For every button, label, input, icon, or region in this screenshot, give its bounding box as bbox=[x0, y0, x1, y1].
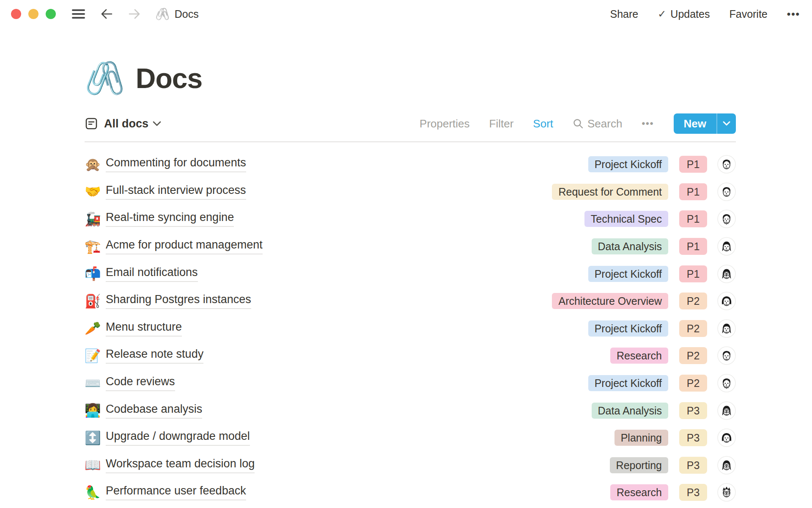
priority-badge: P1 bbox=[679, 265, 707, 282]
assignee-avatar-woman-long-hair bbox=[717, 319, 736, 338]
doc-type-tag: Research bbox=[610, 348, 668, 364]
priority-badge: P2 bbox=[679, 347, 707, 364]
doc-type-tag: Research bbox=[610, 484, 668, 500]
new-doc-dropdown[interactable] bbox=[716, 113, 736, 134]
assignee-avatar-woman-glasses bbox=[717, 265, 736, 283]
assignee-avatar-man-beard bbox=[717, 374, 736, 392]
priority-badge: P3 bbox=[679, 429, 707, 446]
collection-toolbar: All docs Properties Filter Sort Search •… bbox=[85, 113, 736, 142]
priority-badge: P2 bbox=[679, 320, 707, 337]
doc-title-link[interactable]: Email notifications bbox=[106, 266, 198, 282]
page-body: 🖇️ Docs All docs Properties Filter Sort bbox=[85, 62, 736, 506]
doc-title-link[interactable]: Codebase analysis bbox=[106, 403, 202, 419]
doc-title-link[interactable]: Full-stack interview process bbox=[106, 184, 246, 200]
up-down-arrow-icon: ↕️ bbox=[85, 431, 106, 444]
sort-button[interactable]: Sort bbox=[533, 117, 553, 130]
assignee-avatar-man-glasses-spiky bbox=[717, 483, 736, 502]
share-button[interactable]: Share bbox=[610, 8, 639, 20]
priority-badge: P3 bbox=[679, 457, 707, 474]
search-icon bbox=[573, 118, 584, 129]
favorite-button[interactable]: Favorite bbox=[729, 8, 767, 20]
doc-row[interactable]: 🚂 Real-time syncing engine Technical Spe… bbox=[85, 205, 736, 233]
doc-row[interactable]: 📬 Email notifications Project Kickoff P1 bbox=[85, 260, 736, 287]
doc-title-link[interactable]: Acme for product management bbox=[106, 238, 263, 254]
memo-icon: 📝 bbox=[85, 349, 106, 362]
chevron-down-icon bbox=[153, 121, 161, 127]
doc-title-link[interactable]: Commenting for documents bbox=[106, 156, 246, 172]
doc-row[interactable]: 🙊 Commenting for documents Project Kicko… bbox=[85, 151, 736, 178]
page-title: Docs bbox=[136, 63, 202, 94]
doc-title-link[interactable]: Real-time syncing engine bbox=[106, 211, 234, 227]
assignee-avatar-woman-long-hair bbox=[717, 237, 736, 256]
search-button[interactable]: Search bbox=[573, 117, 622, 130]
view-selector[interactable]: All docs bbox=[85, 117, 161, 130]
priority-badge: P1 bbox=[679, 156, 707, 173]
priority-badge: P1 bbox=[679, 183, 707, 200]
doc-title-link[interactable]: Upgrade / downgrade model bbox=[106, 430, 250, 446]
back-button[interactable] bbox=[100, 8, 113, 19]
window-doc-title: Docs bbox=[175, 8, 199, 20]
building-construction-icon: 🏗️ bbox=[85, 240, 106, 253]
doc-type-tag: Request for Comment bbox=[552, 184, 668, 200]
new-doc-label: New bbox=[674, 113, 716, 134]
new-doc-button[interactable]: New bbox=[674, 113, 736, 134]
assignee-avatar-man-beard bbox=[717, 210, 736, 228]
assignee-avatar-man-wavy-hair bbox=[717, 155, 736, 174]
doc-title-link[interactable]: Menu structure bbox=[106, 320, 182, 337]
doc-row[interactable]: ⌨️ Code reviews Project Kickoff P2 bbox=[85, 370, 736, 397]
priority-badge: P3 bbox=[679, 402, 707, 419]
traffic-lights bbox=[11, 9, 56, 19]
check-icon: ✓ bbox=[658, 8, 666, 20]
doc-title-link[interactable]: Performance user feedback bbox=[106, 484, 246, 500]
doc-row[interactable]: 📝 Release note study Research P2 bbox=[85, 342, 736, 370]
search-label: Search bbox=[587, 117, 622, 130]
priority-badge: P1 bbox=[679, 238, 707, 255]
doc-row[interactable]: 🥕 Menu structure Project Kickoff P2 bbox=[85, 315, 736, 342]
keyboard-icon: ⌨️ bbox=[85, 377, 106, 390]
zoom-window-button[interactable] bbox=[46, 9, 56, 19]
assignee-avatar-man-wavy-hair bbox=[717, 346, 736, 365]
doc-row[interactable]: 📖 Workspace team decision log Reporting … bbox=[85, 452, 736, 479]
filter-button[interactable]: Filter bbox=[489, 117, 514, 130]
doc-type-tag: Project Kickoff bbox=[588, 375, 668, 391]
doc-row[interactable]: 👩‍💻 Codebase analysis Data Analysis P3 bbox=[85, 397, 736, 424]
doc-type-tag: Planning bbox=[614, 430, 668, 446]
close-window-button[interactable] bbox=[11, 9, 21, 19]
doc-row[interactable]: 🤝 Full-stack interview process Request f… bbox=[85, 178, 736, 206]
doc-type-tag: Project Kickoff bbox=[588, 156, 668, 172]
parrot-icon: 🦜 bbox=[85, 486, 106, 499]
minimize-window-button[interactable] bbox=[28, 9, 38, 19]
doc-type-tag: Data Analysis bbox=[592, 403, 668, 419]
more-options-icon[interactable]: ••• bbox=[787, 8, 800, 20]
doc-title-link[interactable]: Release note study bbox=[106, 348, 203, 364]
carrot-icon: 🥕 bbox=[85, 322, 106, 335]
doc-type-tag: Reporting bbox=[610, 457, 668, 473]
updates-button[interactable]: ✓ Updates bbox=[658, 8, 710, 20]
sidebar-toggle-icon[interactable] bbox=[72, 9, 85, 19]
properties-button[interactable]: Properties bbox=[420, 117, 470, 130]
doc-row[interactable]: ↕️ Upgrade / downgrade model Planning P3 bbox=[85, 424, 736, 452]
doc-title-link[interactable]: Code reviews bbox=[106, 375, 175, 391]
window-titlebar: 🖇️ Docs Share ✓ Updates Favorite ••• bbox=[0, 0, 812, 28]
priority-badge: P2 bbox=[679, 293, 707, 309]
page-header: 🖇️ Docs bbox=[85, 62, 736, 94]
page-emoji-paperclips: 🖇️ bbox=[85, 62, 125, 94]
doc-row[interactable]: 🦜 Performance user feedback Research P3 bbox=[85, 479, 736, 506]
assignee-avatar-woman-bob bbox=[717, 292, 736, 310]
doc-title-link[interactable]: Sharding Postgres instances bbox=[106, 293, 251, 309]
doc-title-link[interactable]: Workspace team decision log bbox=[106, 457, 255, 473]
doc-type-tag: Architecture Overview bbox=[552, 293, 668, 309]
priority-badge: P3 bbox=[679, 484, 707, 501]
doc-row[interactable]: 🏗️ Acme for product management Data Anal… bbox=[85, 233, 736, 260]
doc-list-icon bbox=[85, 117, 98, 130]
woman-technologist-icon: 👩‍💻 bbox=[85, 404, 106, 417]
toolbar-more-icon[interactable]: ••• bbox=[642, 118, 654, 129]
forward-button[interactable] bbox=[128, 8, 141, 19]
doc-type-tag: Data Analysis bbox=[592, 238, 668, 254]
assignee-avatar-man-wavy-hair bbox=[717, 182, 736, 201]
doc-row[interactable]: ⛽ Sharding Postgres instances Architectu… bbox=[85, 287, 736, 315]
open-book-icon: 📖 bbox=[85, 458, 106, 472]
locomotive-icon: 🚂 bbox=[85, 213, 106, 226]
assignee-avatar-woman-glasses bbox=[717, 401, 736, 420]
doc-type-tag: Project Kickoff bbox=[588, 266, 668, 282]
